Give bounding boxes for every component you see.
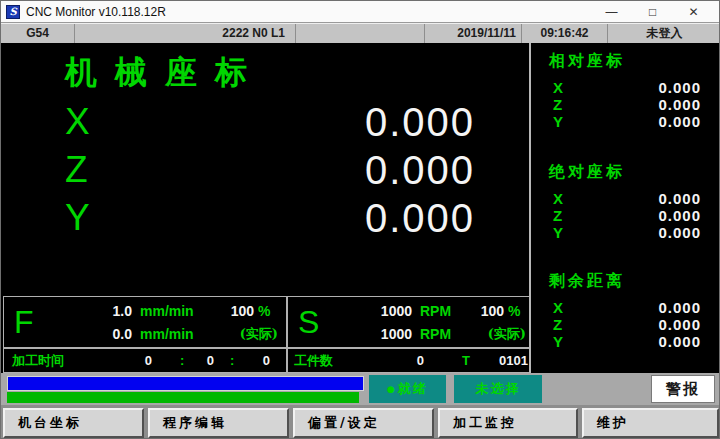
axis-row: Z0.000 <box>531 207 720 224</box>
spindle-actual-row: 1000 RPM (实际) <box>352 324 526 344</box>
spindle-unit: RPM <box>412 303 470 319</box>
info-bar: G54 2222 N0 L1 2019/11/11 09:16:42 未登入 <box>1 23 719 43</box>
ready-dot-icon: ● <box>387 384 395 394</box>
app-logo-icon: S <box>6 5 20 19</box>
spindle-override-unit: % <box>504 303 526 319</box>
axis-label: Z <box>553 96 562 113</box>
axis-value: 0.000 <box>658 316 701 333</box>
feed-actual-unit: mm/min <box>132 326 204 342</box>
spindle-actual-value: 1000 <box>352 326 412 342</box>
clock-indicator: 09:16:42 <box>522 24 608 44</box>
axis-row: Y0.000 <box>531 333 720 350</box>
axis-value: 0.000 <box>658 299 701 316</box>
axis-row: X0.000 <box>531 190 720 207</box>
time-seconds: 0 <box>240 349 270 372</box>
window-title: CNC Monitor v10.118.12R <box>26 5 166 19</box>
axis-value: 0.000 <box>658 224 701 241</box>
tool-number: 0101 <box>486 349 528 372</box>
time-hours: 0 <box>120 349 152 372</box>
tool-label: T <box>462 349 470 372</box>
axis-value: 0.000 <box>658 207 701 224</box>
spindle-override: 100 <box>470 303 504 319</box>
selection-status-tile: 未选择 <box>454 375 542 403</box>
panel-title: 剩余距离 <box>549 271 720 292</box>
program-indicator: 2222 N0 L1 <box>75 24 296 44</box>
feed-set-row: 1.0 mm/min 100 % <box>74 301 278 321</box>
axis-label: Y <box>553 333 563 350</box>
main-display: 机械座标 X 0.000 Z 0.000 Y 0.000 F 1.0 mm/mi… <box>1 43 720 373</box>
login-status[interactable]: 未登入 <box>608 24 720 44</box>
panel-title: 相对座标 <box>549 51 720 72</box>
feed-set-value: 1.0 <box>74 303 132 319</box>
spindle-set-row: 1000 RPM 100 % <box>352 301 526 321</box>
axis-label: Z <box>553 207 562 224</box>
machining-time-box: 加工时间 0 : 0 : 0 <box>3 348 287 373</box>
progress-bar-blue <box>7 376 364 391</box>
axis-value: 0.000 <box>658 79 701 96</box>
axis-row: Z0.000 <box>531 316 720 333</box>
axis-label: X <box>553 299 563 316</box>
axis-value: 0.000 <box>658 113 701 130</box>
axis-label: Y <box>65 195 90 241</box>
machine-coords-title: 机械座标 <box>65 51 265 95</box>
axis-value: 0.000 <box>658 190 701 207</box>
axis-label: X <box>65 99 90 145</box>
spindle-set-value: 1000 <box>352 303 412 319</box>
axis-row: Z0.000 <box>531 96 720 113</box>
machining-time-label: 加工时间 <box>12 349 64 372</box>
coordinate-side-panel: 相对座标 X0.000 Z0.000 Y0.000 绝对座标 X0.000 Z0… <box>529 43 720 373</box>
progress-bar-green <box>7 392 359 403</box>
wcs-indicator: G54 <box>1 24 75 44</box>
time-minutes: 0 <box>184 349 214 372</box>
axis-label: Y <box>553 113 563 130</box>
machine-axis-row: Y 0.000 <box>1 195 529 241</box>
feedrate-box: F 1.0 mm/min 100 % 0.0 mm/min (实际) <box>3 296 287 348</box>
nav-offset-settings-button[interactable]: 偏置/设定 <box>293 408 434 438</box>
nav-machining-monitor-button[interactable]: 加工监控 <box>438 408 578 438</box>
panel-title: 绝对座标 <box>549 162 720 183</box>
machine-axis-row: X 0.000 <box>1 99 529 145</box>
spindle-actual-unit: RPM <box>412 326 470 342</box>
alarm-button[interactable]: 警报 <box>651 375 715 403</box>
status-bar: ● 就绪 未选择 警报 <box>1 373 719 405</box>
nav-program-edit-button[interactable]: 程序编辑 <box>148 408 289 438</box>
ready-status-label: 就绪 <box>398 380 428 398</box>
window-controls: — □ ✕ <box>591 2 714 22</box>
axis-row: Y0.000 <box>531 224 720 241</box>
title-bar: S CNC Monitor v10.118.12R — □ ✕ <box>1 1 719 23</box>
axis-value: 0.000 <box>658 96 701 113</box>
axis-label: X <box>553 79 563 96</box>
ready-status-tile: ● 就绪 <box>369 375 446 403</box>
nav-maintenance-button[interactable]: 维护 <box>582 408 719 438</box>
selection-status-label: 未选择 <box>476 380 521 398</box>
absolute-coords-panel: 绝对座标 X0.000 Z0.000 Y0.000 <box>531 162 720 241</box>
feed-actual-row: 0.0 mm/min (实际) <box>74 324 278 344</box>
nav-machine-coords-button[interactable]: 机台坐标 <box>3 408 144 438</box>
close-icon[interactable]: ✕ <box>673 2 714 22</box>
axis-label: X <box>553 190 563 207</box>
feed-override: 100 <box>204 303 254 319</box>
info-spacer <box>296 24 425 44</box>
axis-row: Y0.000 <box>531 113 720 130</box>
spindle-label: S <box>298 304 319 341</box>
minimize-icon[interactable]: — <box>591 2 632 22</box>
axis-row: X0.000 <box>531 79 720 96</box>
feed-unit: mm/min <box>132 303 204 319</box>
axis-label: Y <box>553 224 563 241</box>
cnc-monitor-window: S CNC Monitor v10.118.12R — □ ✕ G54 2222… <box>0 0 720 439</box>
relative-coords-panel: 相对座标 X0.000 Z0.000 Y0.000 <box>531 51 720 130</box>
date-indicator: 2019/11/11 <box>425 24 522 44</box>
axis-value: 0.000 <box>365 195 475 241</box>
feed-actual-tag: (实际) <box>204 325 278 343</box>
axis-row: X0.000 <box>531 299 720 316</box>
axis-value: 0.000 <box>658 333 701 350</box>
parts-tool-box: 工件数 0 T 0101 <box>287 348 530 373</box>
maximize-icon[interactable]: □ <box>632 2 673 22</box>
parts-count-label: 工件数 <box>294 349 333 372</box>
feed-actual-value: 0.0 <box>74 326 132 342</box>
axis-label: Z <box>553 316 562 333</box>
distance-to-go-panel: 剩余距离 X0.000 Z0.000 Y0.000 <box>531 271 720 350</box>
function-key-bar: 机台坐标 程序编辑 偏置/设定 加工监控 维护 <box>1 405 719 439</box>
feed-override-unit: % <box>254 303 278 319</box>
axis-value: 0.000 <box>365 99 475 145</box>
